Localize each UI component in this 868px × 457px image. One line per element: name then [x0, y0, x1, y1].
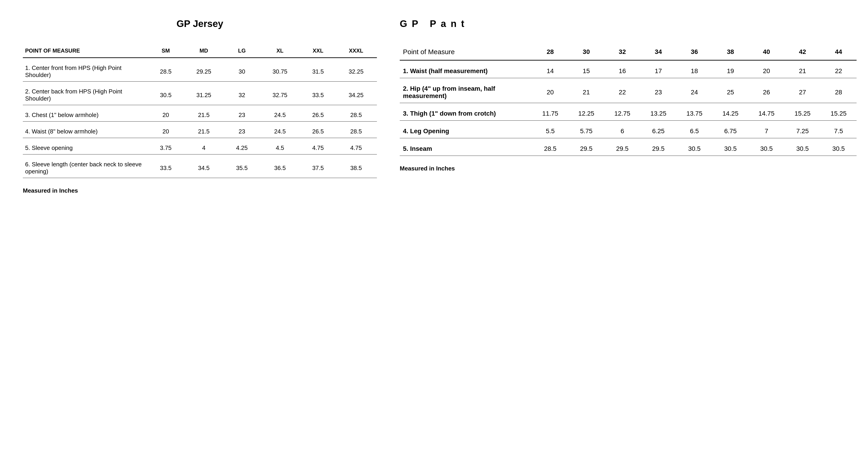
right-28-1: 14 [532, 60, 568, 78]
right-34-4: 6.25 [640, 121, 676, 138]
right-footer: Measured in Inches [400, 165, 857, 172]
right-header-28: 28 [532, 43, 568, 60]
right-40-2: 26 [748, 78, 785, 103]
right-40-1: 20 [748, 60, 785, 78]
left-xl-1: 30.75 [259, 58, 301, 82]
right-header-40: 40 [748, 43, 785, 60]
right-30-3: 12.25 [568, 103, 604, 121]
right-38-3: 14.25 [712, 103, 748, 121]
right-42-5: 30.5 [784, 138, 820, 156]
table-row: 5. Sleeve opening 3.75 4 4.25 4.5 4.75 4… [23, 138, 377, 154]
left-xxl-6: 37.5 [301, 154, 335, 178]
left-header-measure: POINT OF MEASURE [23, 43, 149, 58]
divider-row [23, 178, 377, 178]
left-lg-3: 23 [224, 105, 259, 122]
left-measure-1: 1. Center front from HPS (High Point Sho… [23, 58, 149, 82]
right-32-3: 12.75 [604, 103, 641, 121]
right-table: Point of Measure 28 30 32 34 36 38 40 42… [400, 43, 857, 156]
left-table: POINT OF MEASURE SM MD LG XL XXL XXXL 1.… [23, 43, 377, 178]
right-header-34: 34 [640, 43, 676, 60]
left-xl-4: 24.5 [259, 122, 301, 138]
left-header-sm: SM [149, 43, 183, 58]
left-md-6: 34.5 [183, 154, 224, 178]
left-xl-2: 32.75 [259, 82, 301, 105]
right-38-5: 30.5 [712, 138, 748, 156]
right-32-4: 6 [604, 121, 641, 138]
right-44-5: 30.5 [820, 138, 857, 156]
table-row: 4. Leg Opening 5.5 5.75 6 6.25 6.5 6.75 … [400, 121, 857, 138]
right-44-2: 28 [820, 78, 857, 103]
left-sm-5: 3.75 [149, 138, 183, 154]
left-xxxl-4: 28.5 [335, 122, 377, 138]
right-36-2: 24 [676, 78, 712, 103]
left-sm-3: 20 [149, 105, 183, 122]
right-28-4: 5.5 [532, 121, 568, 138]
table-row: 6. Sleeve length (center back neck to sl… [23, 154, 377, 178]
left-sm-1: 28.5 [149, 58, 183, 82]
right-34-2: 23 [640, 78, 676, 103]
right-40-3: 14.75 [748, 103, 785, 121]
right-30-1: 15 [568, 60, 604, 78]
left-xxxl-3: 28.5 [335, 105, 377, 122]
table-row: 5. Inseam 28.5 29.5 29.5 29.5 30.5 30.5 … [400, 138, 857, 156]
left-xl-6: 36.5 [259, 154, 301, 178]
right-32-5: 29.5 [604, 138, 641, 156]
left-md-1: 29.25 [183, 58, 224, 82]
right-42-2: 27 [784, 78, 820, 103]
left-xxl-1: 31.5 [301, 58, 335, 82]
left-xxl-5: 4.75 [301, 138, 335, 154]
left-header-lg: LG [224, 43, 259, 58]
right-measure-3: 3. Thigh (1" down from crotch) [400, 103, 532, 121]
table-row: 3. Chest (1" below armhole) 20 21.5 23 2… [23, 105, 377, 122]
left-md-5: 4 [183, 138, 224, 154]
page-container: GP Jersey POINT OF MEASURE SM MD LG XL X… [0, 0, 868, 457]
right-28-3: 11.75 [532, 103, 568, 121]
right-header-32: 32 [604, 43, 641, 60]
right-30-5: 29.5 [568, 138, 604, 156]
left-measure-2: 2. Center back from HPS (High Point Shou… [23, 82, 149, 105]
left-measure-6: 6. Sleeve length (center back neck to sl… [23, 154, 149, 178]
left-xl-3: 24.5 [259, 105, 301, 122]
right-36-1: 18 [676, 60, 712, 78]
right-40-5: 30.5 [748, 138, 785, 156]
right-header-44: 44 [820, 43, 857, 60]
left-title: GP Jersey [23, 18, 377, 29]
left-measure-3: 3. Chest (1" below armhole) [23, 105, 149, 122]
right-28-2: 20 [532, 78, 568, 103]
table-row: 2. Hip (4" up from inseam, half measurem… [400, 78, 857, 103]
left-xxxl-2: 34.25 [335, 82, 377, 105]
left-xxxl-5: 4.75 [335, 138, 377, 154]
right-section: GP Pant Point of Measure 28 30 32 34 36 … [400, 18, 857, 439]
right-38-2: 25 [712, 78, 748, 103]
left-lg-1: 30 [224, 58, 259, 82]
right-30-4: 5.75 [568, 121, 604, 138]
right-34-3: 13.25 [640, 103, 676, 121]
right-42-3: 15.25 [784, 103, 820, 121]
right-32-2: 22 [604, 78, 641, 103]
right-40-4: 7 [748, 121, 785, 138]
left-sm-6: 33.5 [149, 154, 183, 178]
right-42-1: 21 [784, 60, 820, 78]
left-xl-5: 4.5 [259, 138, 301, 154]
left-lg-5: 4.25 [224, 138, 259, 154]
right-header-42: 42 [784, 43, 820, 60]
right-34-5: 29.5 [640, 138, 676, 156]
right-38-4: 6.75 [712, 121, 748, 138]
left-sm-2: 30.5 [149, 82, 183, 105]
left-xxl-3: 26.5 [301, 105, 335, 122]
left-xxl-2: 33.5 [301, 82, 335, 105]
right-36-3: 13.75 [676, 103, 712, 121]
right-42-4: 7.25 [784, 121, 820, 138]
left-lg-2: 32 [224, 82, 259, 105]
left-xxxl-6: 38.5 [335, 154, 377, 178]
left-md-3: 21.5 [183, 105, 224, 122]
table-row: 1. Waist (half measurement) 14 15 16 17 … [400, 60, 857, 78]
right-measure-1: 1. Waist (half measurement) [400, 60, 532, 78]
right-36-4: 6.5 [676, 121, 712, 138]
right-measure-5: 5. Inseam [400, 138, 532, 156]
right-header-36: 36 [676, 43, 712, 60]
right-header-30: 30 [568, 43, 604, 60]
right-header-row: Point of Measure 28 30 32 34 36 38 40 42… [400, 43, 857, 60]
left-md-2: 31.25 [183, 82, 224, 105]
right-measure-4: 4. Leg Opening [400, 121, 532, 138]
